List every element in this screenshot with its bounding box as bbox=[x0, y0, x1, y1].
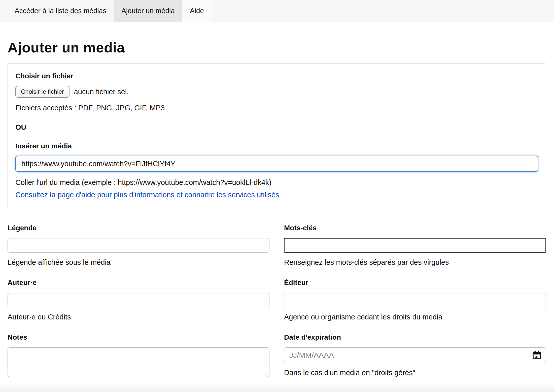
field-legende: Légende Légende affichée sous le média bbox=[8, 224, 269, 267]
field-editeur: Éditeur Agence ou organisme cédant les d… bbox=[284, 279, 546, 321]
page-title: Ajouter un media bbox=[8, 39, 546, 56]
main-content: Ajouter un media Choisir un fichier Choi… bbox=[0, 39, 554, 392]
editeur-help: Agence ou organisme cédant les droits du… bbox=[284, 313, 546, 321]
notes-textarea[interactable] bbox=[8, 347, 269, 377]
editeur-label: Éditeur bbox=[284, 279, 546, 287]
auteur-input[interactable] bbox=[8, 293, 269, 307]
expiration-help: Dans le cas d'un media en "droits gérés" bbox=[284, 369, 546, 377]
tab-add-media[interactable]: Ajouter un média bbox=[114, 0, 182, 22]
field-auteur: Auteur·e Auteur·e ou Crédits bbox=[8, 279, 269, 321]
legende-help: Légende affichée sous le média bbox=[8, 258, 269, 267]
metadata-field-grid: Légende Légende affichée sous le média M… bbox=[8, 224, 546, 378]
media-url-input[interactable] bbox=[15, 156, 538, 172]
notes-label: Notes bbox=[8, 333, 269, 341]
auteur-help: Auteur·e ou Crédits bbox=[8, 313, 269, 321]
url-help-text: Coller l'url du media (exemple : https:/… bbox=[15, 178, 538, 187]
expiration-date-field: 31 bbox=[284, 347, 546, 363]
field-mots-cles: Mots-clés Renseignez les mots-clés sépar… bbox=[284, 224, 546, 267]
expiration-label: Date d'expiration bbox=[284, 333, 546, 341]
auteur-label: Auteur·e bbox=[8, 279, 269, 287]
choose-file-label: Choisir un fichier bbox=[15, 72, 538, 80]
help-page-link[interactable]: Consultez la page d'aide pour plus d'inf… bbox=[15, 191, 279, 199]
field-notes: Notes bbox=[8, 333, 269, 378]
file-input-row: Choisir le fichier aucun fichier sél. bbox=[15, 86, 538, 98]
legende-input[interactable] bbox=[8, 238, 269, 253]
file-status-text: aucun fichier sél. bbox=[74, 88, 129, 96]
expiration-date-input[interactable] bbox=[284, 348, 532, 363]
upload-fieldset: Choisir un fichier Choisir le fichier au… bbox=[8, 63, 546, 209]
page-bottom-strip bbox=[0, 384, 554, 392]
or-separator-label: OU bbox=[15, 123, 538, 132]
editeur-input[interactable] bbox=[284, 293, 546, 307]
tab-bar: Accéder à la liste des médias Ajouter un… bbox=[0, 0, 554, 22]
accepted-files-text: Fichiers acceptés : PDF, PNG, JPG, GIF, … bbox=[15, 104, 538, 112]
calendar-day-number: 31 bbox=[535, 355, 539, 358]
field-expiration: Date d'expiration 31 Dans le ca bbox=[284, 333, 546, 378]
tab-help[interactable]: Aide bbox=[182, 0, 212, 22]
choose-file-button[interactable]: Choisir le fichier bbox=[15, 86, 70, 98]
mots-cles-label: Mots-clés bbox=[284, 224, 546, 232]
legende-label: Légende bbox=[8, 224, 269, 232]
tab-media-list[interactable]: Accéder à la liste des médias bbox=[7, 0, 114, 22]
calendar-picker-button[interactable]: 31 bbox=[532, 350, 546, 361]
calendar-icon: 31 bbox=[532, 350, 542, 361]
insert-media-label: Insérer un média bbox=[15, 142, 538, 150]
mots-cles-help: Renseignez les mots-clés séparés par des… bbox=[284, 258, 546, 267]
mots-cles-input[interactable] bbox=[284, 238, 546, 253]
